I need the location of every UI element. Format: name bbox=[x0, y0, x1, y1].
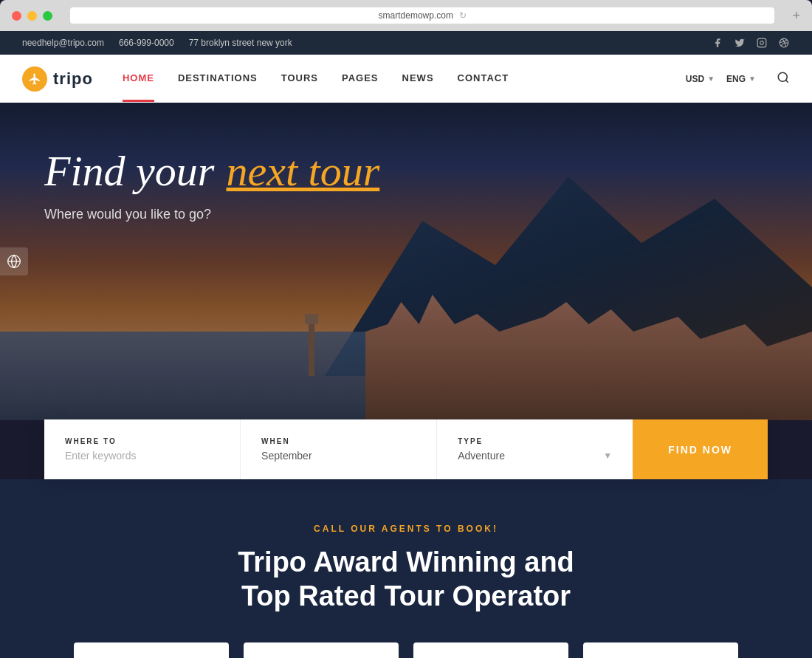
email-text: needhelp@tripo.com bbox=[22, 38, 104, 48]
svg-rect-0 bbox=[757, 38, 766, 47]
find-now-label: FIND NOW bbox=[668, 444, 732, 456]
headline-part1: Find your bbox=[44, 147, 214, 195]
cta-label: CALL OUR AGENTS TO BOOK! bbox=[22, 524, 790, 534]
currency-value: USD bbox=[686, 74, 704, 84]
when-input[interactable]: September bbox=[261, 450, 416, 462]
type-dropdown-arrow: ▼ bbox=[603, 450, 612, 461]
address-bar[interactable]: smartdemowp.com ↻ bbox=[70, 7, 774, 24]
search-icon[interactable] bbox=[777, 71, 790, 87]
main-heading: Tripo Award Winning and Top Rated Tour O… bbox=[214, 546, 598, 613]
when-value: September bbox=[261, 450, 312, 462]
hero-subheading: Where would you like to go? bbox=[44, 207, 379, 222]
type-value: Adventure bbox=[458, 450, 505, 462]
hero-headline: Find your next tour bbox=[44, 147, 379, 195]
main-navigation: tripo HOME DESTINATIONS TOURS PAGES NEWS… bbox=[0, 55, 812, 103]
nav-item-pages[interactable]: PAGES bbox=[342, 56, 379, 102]
logo-icon bbox=[22, 66, 47, 92]
where-to-input[interactable]: Enter keywords bbox=[65, 450, 219, 462]
top-info-bar: needhelp@tripo.com 666-999-0000 77 brokl… bbox=[0, 31, 812, 55]
logo-text: tripo bbox=[53, 69, 93, 89]
currency-dropdown[interactable]: USD ▼ bbox=[686, 74, 715, 84]
when-field[interactable]: WHEN September bbox=[241, 419, 437, 479]
feature-cards bbox=[22, 642, 790, 658]
type-select[interactable]: Adventure ▼ bbox=[458, 450, 612, 462]
svg-line-4 bbox=[785, 80, 788, 82]
where-to-label: WHERE TO bbox=[65, 437, 219, 445]
refresh-icon[interactable]: ↻ bbox=[459, 10, 467, 21]
browser-titlebar: smartdemowp.com ↻ + bbox=[0, 0, 812, 31]
nav-item-news[interactable]: NEWS bbox=[402, 56, 434, 102]
where-to-placeholder: Enter keywords bbox=[65, 450, 136, 462]
when-label: WHEN bbox=[261, 437, 416, 445]
nav-item-contact[interactable]: CONTACT bbox=[458, 56, 509, 102]
logo[interactable]: tripo bbox=[22, 66, 93, 92]
address-text: 77 broklyn street new york bbox=[189, 38, 292, 48]
language-value: ENG bbox=[726, 74, 746, 84]
language-dropdown[interactable]: ENG ▼ bbox=[726, 74, 756, 84]
currency-arrow: ▼ bbox=[707, 75, 715, 83]
feature-card-shield bbox=[244, 642, 399, 658]
feature-card-star bbox=[583, 642, 738, 658]
top-bar-contact: needhelp@tripo.com 666-999-0000 77 brokl… bbox=[22, 38, 292, 48]
instagram-icon[interactable] bbox=[756, 37, 768, 49]
browser-window: smartdemowp.com ↻ + needhelp@tripo.com 6… bbox=[0, 0, 812, 658]
type-label: TYPE bbox=[458, 437, 612, 445]
search-bar: WHERE TO Enter keywords WHEN September T… bbox=[44, 419, 768, 479]
maximize-dot[interactable] bbox=[43, 11, 52, 21]
feature-card-tag bbox=[413, 642, 568, 658]
hero-section: Find your next tour Where would you like… bbox=[0, 103, 812, 420]
type-field[interactable]: TYPE Adventure ▼ bbox=[437, 419, 633, 479]
accessibility-badge[interactable] bbox=[0, 247, 28, 275]
new-tab-button[interactable]: + bbox=[792, 8, 800, 24]
find-now-button[interactable]: FIND NOW bbox=[633, 419, 768, 479]
social-icons bbox=[712, 37, 790, 49]
nav-menu: HOME DESTINATIONS TOURS PAGES NEWS CONTA… bbox=[123, 56, 686, 102]
dribbble-icon[interactable] bbox=[778, 37, 790, 49]
facebook-icon[interactable] bbox=[712, 37, 723, 49]
twitter-icon[interactable] bbox=[734, 37, 746, 49]
phone-text: 666-999-0000 bbox=[119, 38, 174, 48]
nav-item-destinations[interactable]: DESTINATIONS bbox=[178, 56, 258, 102]
feature-card-person bbox=[74, 642, 229, 658]
minimize-dot[interactable] bbox=[27, 11, 37, 21]
hero-content: Find your next tour Where would you like… bbox=[44, 147, 379, 222]
lower-section: CALL OUR AGENTS TO BOOK! Tripo Award Win… bbox=[0, 479, 812, 658]
nav-item-tours[interactable]: TOURS bbox=[281, 56, 318, 102]
nav-right-controls: USD ▼ ENG ▼ bbox=[686, 71, 790, 87]
close-dot[interactable] bbox=[12, 11, 21, 21]
language-arrow: ▼ bbox=[749, 75, 756, 83]
nav-item-home[interactable]: HOME bbox=[123, 56, 154, 102]
headline-part2: next tour bbox=[226, 147, 379, 195]
url-text: smartdemowp.com bbox=[379, 10, 453, 21]
svg-point-3 bbox=[778, 72, 787, 81]
where-to-field[interactable]: WHERE TO Enter keywords bbox=[44, 419, 241, 479]
